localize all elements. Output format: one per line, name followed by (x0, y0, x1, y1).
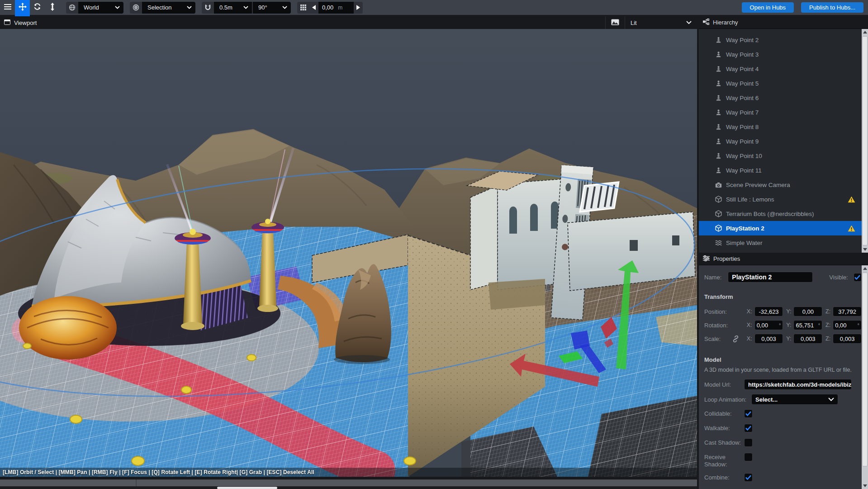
hierarchy-item-simple-water[interactable]: Simple Water (699, 235, 862, 250)
hierarchy-item-scene-preview-camera[interactable]: Scene Preview Camera (699, 177, 862, 192)
render-mode-select[interactable]: Lit (625, 16, 697, 29)
combine-checkbox[interactable] (744, 473, 753, 482)
rotation-y-input[interactable]: 65,751° (793, 320, 822, 330)
hierarchy-item-way-point-7[interactable]: Way Point 7 (699, 105, 862, 120)
hierarchy-item-way-point-8[interactable]: Way Point 8 (699, 120, 862, 134)
collidable-row: Collidable: (704, 409, 862, 419)
walkable-label: Walkable: (704, 424, 744, 432)
scroll-down-icon[interactable] (862, 246, 868, 253)
scale-y-input[interactable]: 0,003 (793, 334, 822, 344)
position-y-input[interactable]: 0,00 (793, 307, 822, 316)
hierarchy-item-terrarium-bots-nerdscribbles[interactable]: Terrarium Bots (@nerdscribbles) (699, 206, 862, 221)
hierarchy-item-way-point-6[interactable]: Way Point 6 (699, 91, 862, 105)
image-icon (611, 19, 619, 27)
model-url-label: Model Url: (704, 381, 739, 388)
hierarchy-item-playstation-2[interactable]: PlayStation 2 (699, 221, 862, 235)
waypoint-icon (715, 80, 722, 87)
collidable-label: Collidable: (704, 409, 744, 417)
hierarchy-item-label: Scene Preview Camera (726, 182, 790, 188)
position-x-input[interactable]: -32,623 (754, 307, 783, 316)
properties-scrollbar[interactable] (862, 265, 868, 489)
scale-x-input[interactable]: 0,003 (754, 334, 783, 344)
name-label: Name: (704, 274, 721, 281)
scroll-up-icon[interactable] (862, 265, 868, 272)
walkable-checkbox[interactable] (744, 424, 753, 432)
scale-row: Scale: X: 0,003 Y: 0,003 Z: 0,003 (704, 334, 862, 344)
rotation-x-input[interactable]: 0,00° (754, 320, 783, 330)
hierarchy-item-way-point-10[interactable]: Way Point 10 (699, 149, 862, 163)
snap-translate-select[interactable]: 0.5m (214, 2, 252, 14)
warning-icon (848, 225, 855, 232)
loop-animation-select[interactable]: Select... (751, 394, 838, 405)
position-label: Position: (704, 308, 744, 315)
collidable-checkbox[interactable] (744, 409, 753, 418)
scroll-up-icon[interactable] (862, 29, 868, 35)
walkable-row: Walkable: (704, 424, 862, 434)
loop-animation-label: Loop Animation: (704, 396, 748, 403)
grid-height-increase-button[interactable] (354, 2, 363, 14)
visible-checkbox[interactable] (854, 273, 862, 282)
open-in-hubs-button[interactable]: Open in Hubs (742, 2, 794, 13)
panel-resize-handle[interactable] (0, 479, 697, 486)
hierarchy-title: Hierarchy (713, 19, 738, 26)
waypoint-icon (715, 109, 722, 116)
cast-shadow-checkbox[interactable] (744, 438, 753, 447)
hierarchy-item-way-point-2[interactable]: Way Point 2 (699, 33, 862, 47)
water-icon (715, 240, 722, 246)
rotate-tool-button[interactable] (30, 0, 45, 15)
hierarchy-list: Way Point 2Way Point 3Way Point 4Way Poi… (699, 29, 862, 253)
hierarchy-item-way-point-3[interactable]: Way Point 3 (699, 47, 862, 62)
name-input[interactable]: PlayStation 2 (728, 272, 813, 283)
magnet-icon (202, 2, 214, 14)
render-stats-button[interactable] (605, 16, 625, 29)
combine-row: Combine: (704, 473, 862, 483)
bottom-panel-edge (0, 477, 697, 489)
grid-height-value[interactable]: 0,00 m (318, 2, 354, 14)
waypoint-icon (715, 167, 722, 174)
waypoint-icon (715, 37, 722, 43)
rotation-label: Rotation: (704, 322, 744, 329)
cube-icon (715, 210, 722, 217)
position-z-input[interactable]: 37,792 (833, 307, 862, 316)
chevron-down-icon (237, 6, 248, 9)
grid-height-decrease-button[interactable] (309, 2, 318, 14)
hierarchy-item-label: Way Point 6 (726, 95, 759, 101)
scale-tool-button[interactable] (45, 0, 60, 15)
hierarchy-scrollbar[interactable] (862, 29, 868, 253)
rotation-row: Rotation: X: 0,00° Y: 65,751° Z: 0,00° (704, 320, 862, 330)
model-url-input[interactable]: https://sketchfab.com/3d-models/ibiza-b (744, 379, 852, 390)
hierarchy-item-label: Way Point 5 (726, 80, 759, 87)
waypoint-icon (715, 95, 722, 101)
scale-z-input[interactable]: 0,003 (833, 334, 862, 344)
window-icon (4, 19, 10, 26)
gold-swirl-dome (19, 296, 117, 360)
transform-pivot-select[interactable]: Selection (142, 2, 195, 14)
menu-button[interactable] (0, 0, 15, 15)
waypoint-icon (715, 124, 722, 130)
publish-to-hubs-button[interactable]: Publish to Hubs... (801, 2, 863, 13)
hierarchy-item-way-point-4[interactable]: Way Point 4 (699, 62, 862, 76)
model-url-row: Model Url: https://sketchfab.com/3d-mode… (704, 379, 862, 390)
horizontal-scrollbar-thumb[interactable] (217, 487, 277, 489)
translate-tool-button[interactable] (15, 0, 30, 15)
hierarchy-scrollbar-thumb[interactable] (862, 36, 868, 245)
hierarchy-item-way-point-9[interactable]: Way Point 9 (699, 134, 862, 149)
hierarchy-item-way-point-11[interactable]: Way Point 11 (699, 163, 862, 177)
hierarchy-item-still-life-lemons[interactable]: Still Life : Lemons (699, 192, 862, 206)
viewport-status-bar: [LMB] Orbit / Select | [MMB] Pan | [RMB]… (0, 468, 697, 477)
sliders-icon (703, 255, 710, 263)
loop-animation-row: Loop Animation: Select... (704, 394, 862, 405)
hierarchy-item-label: Way Point 9 (726, 138, 759, 145)
link-icon[interactable] (732, 336, 744, 342)
receive-shadow-checkbox[interactable] (744, 453, 753, 461)
rotation-z-input[interactable]: 0,00° (833, 320, 862, 330)
grid-icon (297, 2, 309, 14)
scroll-down-icon[interactable] (862, 483, 868, 489)
snap-rotate-select[interactable]: 90° (253, 2, 291, 14)
transform-pivot-group: Selection (130, 2, 195, 14)
rotate-icon (33, 3, 41, 12)
properties-scrollbar-thumb[interactable] (862, 273, 868, 466)
transform-space-select[interactable]: World (78, 2, 123, 14)
hierarchy-item-way-point-5[interactable]: Way Point 5 (699, 76, 862, 91)
scene-canvas[interactable]: [LMB] Orbit / Select | [MMB] Pan | [RMB]… (0, 29, 697, 477)
